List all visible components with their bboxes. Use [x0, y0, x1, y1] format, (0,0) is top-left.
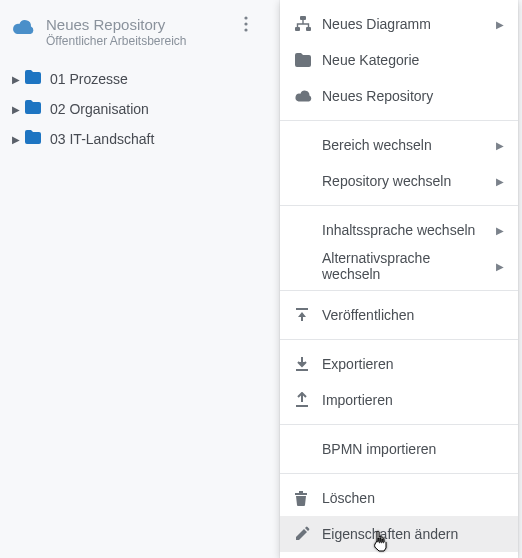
svg-point-1: [244, 22, 247, 25]
menu-delete[interactable]: Löschen: [280, 480, 518, 516]
menu-content-language[interactable]: Inhaltssprache wechseln ▶: [280, 212, 518, 248]
folder-icon: [294, 53, 322, 67]
svg-rect-6: [296, 308, 308, 310]
chevron-right-icon: ▶: [496, 261, 504, 272]
menu-publish[interactable]: Veröffentlichen: [280, 297, 518, 333]
folder-icon: [24, 70, 42, 88]
menu-separator: [280, 120, 518, 121]
menu-new-diagram[interactable]: Neues Diagramm ▶: [280, 6, 518, 42]
tree-item-label: 03 IT-Landschaft: [50, 131, 154, 147]
repository-titles: Neues Repository Öffentlicher Arbeitsber…: [46, 16, 234, 48]
tree-item[interactable]: ▶ 02 Organisation: [4, 94, 270, 124]
svg-rect-5: [306, 27, 311, 31]
menu-separator: [280, 290, 518, 291]
menu-edit-properties[interactable]: Eigenschaften ändern: [280, 516, 518, 552]
svg-point-0: [244, 16, 247, 19]
menu-new-repository[interactable]: Neues Repository: [280, 78, 518, 114]
tree-item-label: 01 Prozesse: [50, 71, 128, 87]
svg-point-2: [244, 28, 247, 31]
chevron-right-icon: ▶: [496, 176, 504, 187]
cloud-icon: [12, 18, 36, 40]
chevron-right-icon: ▶: [12, 134, 20, 145]
diagram-icon: [294, 15, 322, 33]
menu-label: Neues Diagramm: [322, 16, 490, 32]
publish-icon: [294, 307, 322, 323]
menu-import[interactable]: Importieren: [280, 382, 518, 418]
repository-subtitle: Öffentlicher Arbeitsbereich: [46, 34, 234, 48]
repository-header: Neues Repository Öffentlicher Arbeitsber…: [0, 8, 270, 56]
menu-separator: [280, 339, 518, 340]
menu-label: Veröffentlichen: [322, 307, 504, 323]
kebab-menu-button[interactable]: [234, 16, 258, 32]
menu-bpmn-import[interactable]: BPMN importieren: [280, 431, 518, 467]
chevron-right-icon: ▶: [12, 104, 20, 115]
menu-label: Neues Repository: [322, 88, 504, 104]
svg-rect-4: [295, 27, 300, 31]
menu-separator: [280, 424, 518, 425]
menu-label: Löschen: [322, 490, 504, 506]
menu-label: BPMN importieren: [322, 441, 504, 457]
sidebar: Neues Repository Öffentlicher Arbeitsber…: [0, 0, 270, 154]
tree-item-label: 02 Organisation: [50, 101, 149, 117]
tree-item[interactable]: ▶ 01 Prozesse: [4, 64, 270, 94]
trash-icon: [294, 490, 322, 506]
menu-label: Repository wechseln: [322, 173, 490, 189]
tree: ▶ 01 Prozesse ▶ 02 Organisation ▶ 03 IT-…: [0, 56, 270, 154]
menu-label: Eigenschaften ändern: [322, 526, 504, 542]
menu-separator: [280, 205, 518, 206]
menu-label: Inhaltssprache wechseln: [322, 222, 490, 238]
svg-rect-7: [296, 369, 308, 371]
folder-icon: [24, 100, 42, 118]
svg-rect-8: [296, 405, 308, 407]
tree-item[interactable]: ▶ 03 IT-Landschaft: [4, 124, 270, 154]
menu-switch-area[interactable]: Bereich wechseln ▶: [280, 127, 518, 163]
chevron-right-icon: ▶: [496, 225, 504, 236]
menu-label: Neue Kategorie: [322, 52, 504, 68]
import-icon: [294, 392, 322, 408]
menu-switch-repo[interactable]: Repository wechseln ▶: [280, 163, 518, 199]
menu-separator: [280, 473, 518, 474]
export-icon: [294, 356, 322, 372]
chevron-right-icon: ▶: [496, 140, 504, 151]
repository-title: Neues Repository: [46, 16, 234, 34]
cloud-icon: [294, 89, 322, 103]
folder-icon: [24, 130, 42, 148]
menu-alt-language[interactable]: Alternativsprache wechseln ▶: [280, 248, 518, 284]
menu-label: Bereich wechseln: [322, 137, 490, 153]
chevron-right-icon: ▶: [496, 19, 504, 30]
menu-label: Alternativsprache wechseln: [322, 250, 490, 282]
svg-rect-3: [300, 16, 306, 20]
menu-label: Exportieren: [322, 356, 504, 372]
menu-label: Importieren: [322, 392, 504, 408]
menu-export[interactable]: Exportieren: [280, 346, 518, 382]
pencil-icon: [294, 526, 322, 542]
context-menu: Neues Diagramm ▶ Neue Kategorie Neues Re…: [280, 0, 518, 558]
menu-new-category[interactable]: Neue Kategorie: [280, 42, 518, 78]
chevron-right-icon: ▶: [12, 74, 20, 85]
